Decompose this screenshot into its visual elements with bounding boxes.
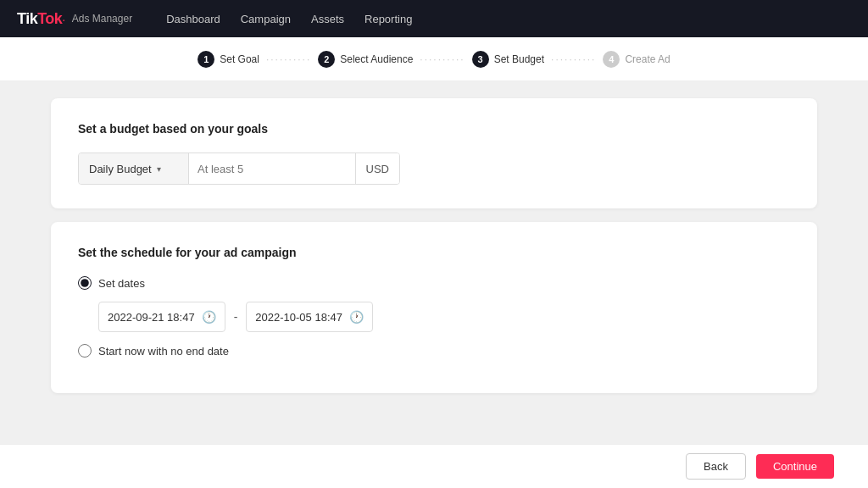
set-dates-label: Set dates xyxy=(98,277,145,290)
step-3-label: Set Budget xyxy=(494,53,544,65)
nav-links: Dashboard Campaign Assets Reporting xyxy=(166,13,412,25)
no-end-date-radio-row: Start now with no end date xyxy=(78,344,790,358)
stepper: 1 Set Goal ·········· 2 Select Audience … xyxy=(0,37,868,81)
ads-manager-label: Ads Manager xyxy=(72,13,132,25)
nav-dashboard[interactable]: Dashboard xyxy=(166,13,220,25)
budget-row: Daily Budget ▾ USD xyxy=(78,152,400,185)
navbar: TikTok· Ads Manager Dashboard Campaign A… xyxy=(0,0,868,37)
date-separator: - xyxy=(234,310,238,324)
budget-currency-label: USD xyxy=(355,153,399,184)
clock-icon-end: 🕐 xyxy=(349,310,364,324)
no-end-date-label: Start now with no end date xyxy=(98,345,229,358)
set-dates-radio[interactable] xyxy=(78,276,92,290)
main-content: Set a budget based on your goals Daily B… xyxy=(0,81,868,410)
nav-reporting[interactable]: Reporting xyxy=(364,13,412,25)
step-2-label: Select Audience xyxy=(340,53,413,65)
date-range-row: 2022-09-21 18:47 🕐 - 2022-10-05 18:47 🕐 xyxy=(98,302,790,332)
end-date-text: 2022-10-05 18:47 xyxy=(255,311,342,324)
step-2-circle: 2 xyxy=(318,51,335,68)
back-button[interactable]: Back xyxy=(686,453,746,480)
step-4-label: Create Ad xyxy=(625,53,670,65)
nav-campaign[interactable]: Campaign xyxy=(241,13,291,25)
step-1: 1 Set Goal xyxy=(198,51,259,68)
brand-name: TikTok· xyxy=(17,10,65,28)
step-dots-2: ·········· xyxy=(420,53,465,65)
chevron-down-icon: ▾ xyxy=(157,164,161,174)
step-4: 4 Create Ad xyxy=(603,51,670,68)
step-dots-3: ·········· xyxy=(551,53,596,65)
footer-bar: Back Continue xyxy=(0,444,868,488)
nav-assets[interactable]: Assets xyxy=(311,13,344,25)
end-date-input[interactable]: 2022-10-05 18:47 🕐 xyxy=(246,302,373,332)
step-dots-1: ·········· xyxy=(266,53,311,65)
step-1-circle: 1 xyxy=(198,51,214,68)
set-dates-radio-row: Set dates xyxy=(78,276,790,290)
start-date-input[interactable]: 2022-09-21 18:47 🕐 xyxy=(98,302,225,332)
start-date-text: 2022-09-21 18:47 xyxy=(108,311,195,324)
schedule-card: Set the schedule for your ad campaign Se… xyxy=(51,222,817,393)
continue-button[interactable]: Continue xyxy=(756,454,834,479)
budget-amount-input[interactable] xyxy=(189,153,355,184)
step-3-circle: 3 xyxy=(472,51,489,68)
brand-logo: TikTok· Ads Manager xyxy=(17,10,132,28)
step-4-circle: 4 xyxy=(603,51,620,68)
schedule-card-title: Set the schedule for your ad campaign xyxy=(78,246,790,259)
budget-type-select[interactable]: Daily Budget ▾ xyxy=(79,153,189,184)
budget-card: Set a budget based on your goals Daily B… xyxy=(51,98,817,208)
step-2: 2 Select Audience xyxy=(318,51,413,68)
step-3: 3 Set Budget xyxy=(472,51,544,68)
no-end-date-radio[interactable] xyxy=(78,344,92,358)
clock-icon-start: 🕐 xyxy=(202,310,216,324)
step-1-label: Set Goal xyxy=(220,53,259,65)
budget-type-label: Daily Budget xyxy=(89,163,152,175)
budget-card-title: Set a budget based on your goals xyxy=(78,122,790,136)
